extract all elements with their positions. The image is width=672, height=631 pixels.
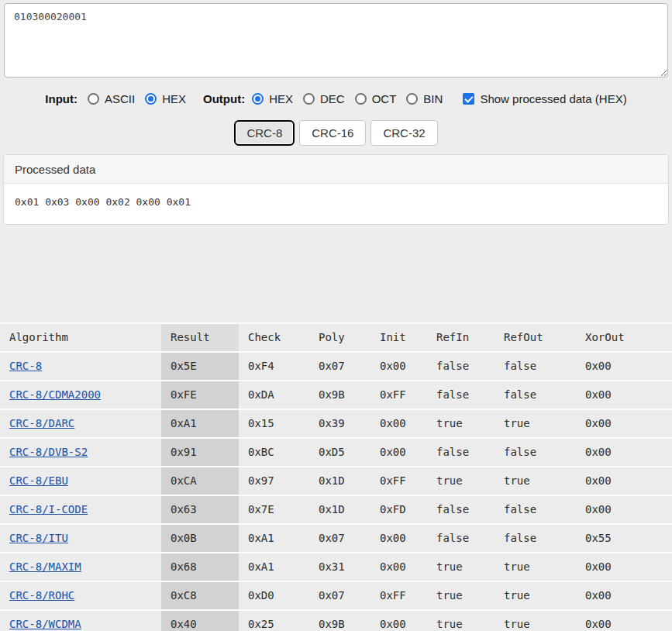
check-cell: 0x97 — [239, 467, 309, 495]
result-cell: 0x68 — [161, 553, 239, 581]
poly-cell: 0x07 — [309, 524, 370, 553]
table-row: CRC-8/DVB-S2 0x91 0xBC 0xD5 0x00 false f… — [0, 438, 672, 467]
crc8-button[interactable]: CRC-8 — [234, 120, 295, 146]
algorithm-link[interactable]: CRC-8/ITU — [9, 532, 68, 544]
xorout-cell: 0x00 — [576, 581, 672, 610]
algorithm-link[interactable]: CRC-8/DVB-S2 — [9, 446, 88, 458]
refout-cell: false — [495, 524, 576, 553]
check-cell: 0xBC — [239, 438, 309, 467]
crc16-button[interactable]: CRC-16 — [299, 120, 366, 146]
init-cell: 0x00 — [370, 553, 427, 581]
algorithm-link[interactable]: CRC-8/WCDMA — [9, 618, 81, 630]
show-processed-data-option[interactable]: Show processed data (HEX) — [463, 92, 626, 105]
processed-data-panel: Processed data 0x01 0x03 0x00 0x02 0x00 … — [3, 154, 669, 225]
poly-cell: 0x07 — [309, 581, 370, 610]
output-oct-radio[interactable] — [355, 93, 367, 105]
refin-cell: false — [427, 381, 495, 409]
input-hex-label: HEX — [162, 92, 186, 105]
output-dec-radio[interactable] — [303, 93, 315, 105]
input-ascii-radio[interactable] — [88, 93, 99, 105]
init-cell: 0x00 — [370, 438, 427, 467]
refout-cell: true — [495, 581, 576, 610]
poly-cell: 0xD5 — [309, 438, 370, 467]
result-cell: 0xA1 — [161, 409, 239, 438]
algorithm-link[interactable]: CRC-8/DARC — [9, 417, 74, 429]
input-format-label: Input: — [45, 92, 78, 105]
refin-cell: true — [427, 553, 495, 581]
poly-cell: 0x9B — [309, 610, 370, 631]
output-bin-label: BIN — [423, 92, 443, 105]
result-cell: 0x0B — [161, 524, 239, 553]
algorithm-link[interactable]: CRC-8 — [9, 360, 42, 372]
result-cell: 0x91 — [161, 438, 239, 467]
output-bin-option[interactable]: BIN — [406, 92, 443, 105]
result-cell: 0x5E — [161, 352, 239, 381]
refin-cell: false — [427, 352, 495, 381]
xorout-cell: 0x00 — [576, 495, 672, 524]
table-row: CRC-8/WCDMA 0x40 0x25 0x9B 0x00 true tru… — [0, 610, 672, 631]
algorithm-link[interactable]: CRC-8/I-CODE — [9, 503, 88, 515]
result-cell: 0xFE — [161, 381, 239, 409]
init-cell: 0x00 — [370, 610, 427, 631]
xorout-cell: 0x55 — [576, 524, 672, 553]
check-cell: 0xF4 — [239, 352, 309, 381]
column-header-xorout: XorOut — [576, 323, 672, 352]
refin-cell: false — [427, 524, 495, 553]
output-hex-radio[interactable] — [252, 93, 264, 105]
format-controls: Input: ASCII HEX Output: HEX DEC OCT BIN… — [0, 92, 672, 105]
table-row: CRC-8/MAXIM 0x68 0xA1 0x31 0x00 true tru… — [0, 553, 672, 581]
column-header-init: Init — [370, 323, 427, 352]
table-header-row: Algorithm Result Check Poly Init RefIn R… — [0, 323, 672, 352]
input-hex-radio[interactable] — [145, 93, 157, 105]
output-dec-option[interactable]: DEC — [303, 92, 345, 105]
column-header-poly: Poly — [309, 323, 370, 352]
input-ascii-label: ASCII — [105, 92, 135, 105]
refin-cell: false — [427, 438, 495, 467]
table-row: CRC-8/ITU 0x0B 0xA1 0x07 0x00 false fals… — [0, 524, 672, 553]
column-header-refout: RefOut — [495, 323, 576, 352]
init-cell: 0x00 — [370, 352, 427, 381]
data-input-textarea[interactable]: 010300020001 — [4, 3, 668, 78]
result-cell: 0x63 — [161, 495, 239, 524]
check-cell: 0x25 — [239, 610, 309, 631]
refout-cell: true — [495, 553, 576, 581]
output-hex-option[interactable]: HEX — [252, 92, 293, 105]
check-cell: 0xA1 — [239, 524, 309, 553]
crc-results-table: Algorithm Result Check Poly Init RefIn R… — [0, 322, 672, 631]
poly-cell: 0x1D — [309, 495, 370, 524]
output-bin-radio[interactable] — [406, 93, 418, 105]
column-header-result: Result — [161, 323, 239, 352]
column-header-refin: RefIn — [427, 323, 495, 352]
output-oct-label: OCT — [372, 92, 397, 105]
algorithm-link[interactable]: CRC-8/CDMA2000 — [9, 388, 101, 401]
refout-cell: false — [495, 381, 576, 409]
xorout-cell: 0x00 — [576, 553, 672, 581]
result-cell: 0x40 — [161, 610, 239, 631]
algorithm-link[interactable]: CRC-8/ROHC — [9, 589, 74, 602]
refout-cell: true — [495, 409, 576, 438]
algorithm-link[interactable]: CRC-8/MAXIM — [9, 560, 81, 573]
refout-cell: true — [495, 467, 576, 495]
output-format-label: Output: — [203, 92, 245, 105]
poly-cell: 0x1D — [309, 467, 370, 495]
crc32-button[interactable]: CRC-32 — [370, 120, 437, 146]
show-processed-data-checkbox[interactable] — [463, 93, 474, 105]
xorout-cell: 0x00 — [576, 610, 672, 631]
output-oct-option[interactable]: OCT — [355, 92, 397, 105]
result-cell: 0xCA — [161, 467, 239, 495]
init-cell: 0xFD — [370, 495, 427, 524]
poly-cell: 0x39 — [309, 409, 370, 438]
processed-data-title: Processed data — [4, 155, 668, 184]
output-dec-label: DEC — [320, 92, 345, 105]
show-processed-data-label: Show processed data (HEX) — [480, 92, 626, 105]
init-cell: 0xFF — [370, 381, 427, 409]
column-header-check: Check — [239, 323, 309, 352]
input-hex-option[interactable]: HEX — [145, 92, 186, 105]
init-cell: 0xFF — [370, 581, 427, 610]
input-ascii-option[interactable]: ASCII — [88, 92, 135, 105]
refout-cell: true — [495, 610, 576, 631]
algorithm-link[interactable]: CRC-8/EBU — [9, 474, 68, 487]
table-row: CRC-8/DARC 0xA1 0x15 0x39 0x00 true true… — [0, 409, 672, 438]
refin-cell: true — [427, 467, 495, 495]
processed-data-value: 0x01 0x03 0x00 0x02 0x00 0x01 — [4, 184, 668, 224]
